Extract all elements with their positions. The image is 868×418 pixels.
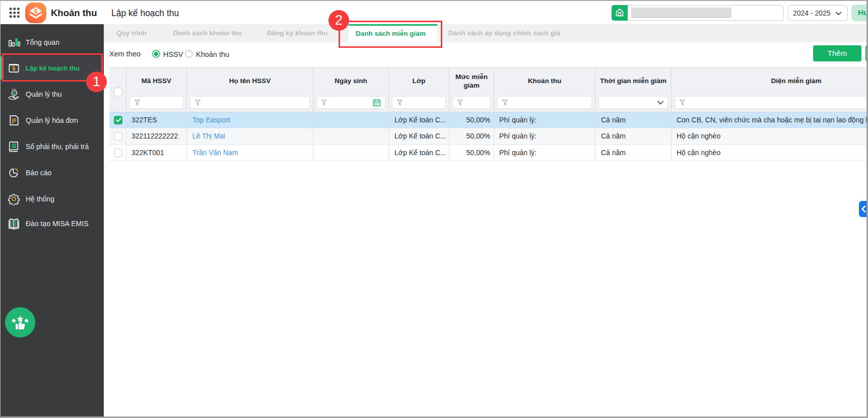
svg-text:$: $ xyxy=(34,8,38,14)
svg-text:$: $ xyxy=(13,91,16,96)
svg-text:$: $ xyxy=(13,144,15,148)
